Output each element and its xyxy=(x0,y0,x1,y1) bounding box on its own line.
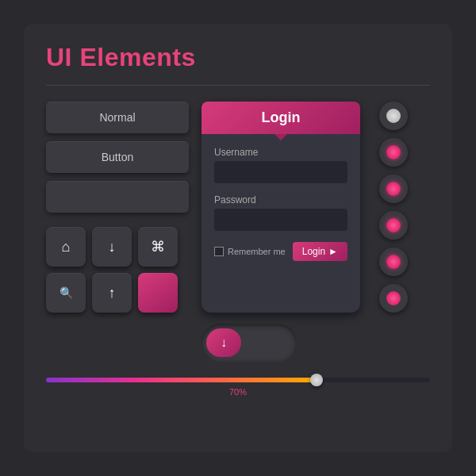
toggle-dot-1 xyxy=(386,145,401,159)
home-icon: ⌂ xyxy=(62,239,71,255)
remember-label: Remember me xyxy=(228,247,286,256)
login-title-bar: Login xyxy=(202,102,360,134)
progress-track[interactable] xyxy=(46,378,430,382)
toggle-dot-3 xyxy=(386,218,401,232)
home-button[interactable]: ⌂ xyxy=(46,227,86,267)
toggle-5[interactable] xyxy=(379,284,408,313)
login-submit-button[interactable]: Login ► xyxy=(293,242,347,261)
toggle-1[interactable] xyxy=(379,138,408,167)
download-button[interactable]: ↓ xyxy=(92,227,132,267)
progress-fill xyxy=(46,378,315,382)
up-arrow-icon: ↑ xyxy=(109,285,116,301)
username-label: Username xyxy=(214,147,347,158)
toggle-dot-0 xyxy=(386,109,401,123)
down-arrow-icon: ↓ xyxy=(109,239,116,255)
remember-checkbox[interactable] xyxy=(214,247,224,256)
progress-thumb[interactable] xyxy=(310,374,323,386)
plain-bar xyxy=(46,181,189,213)
normal-button[interactable]: Normal xyxy=(46,102,189,133)
toggle-dot-2 xyxy=(386,182,401,196)
search-button[interactable]: 🔍 xyxy=(46,273,86,313)
toggle-4[interactable] xyxy=(379,248,408,276)
down-icon: ↓ xyxy=(221,336,227,350)
download-toggle-icon: ↓ xyxy=(206,328,241,357)
toggle-dot-5 xyxy=(386,291,401,305)
username-input[interactable] xyxy=(214,161,347,183)
password-label: Password xyxy=(214,194,347,205)
right-panel xyxy=(379,102,408,313)
remember-row: Remember me Login ► xyxy=(214,242,347,261)
remember-left: Remember me xyxy=(214,247,286,256)
toggle-3[interactable] xyxy=(379,211,408,240)
progress-label: 70% xyxy=(46,387,430,397)
login-button-label: Login xyxy=(302,246,325,257)
cmd-button[interactable]: ⌘ xyxy=(138,227,178,267)
divider xyxy=(46,85,430,86)
toggle-2[interactable] xyxy=(379,175,408,203)
password-input[interactable] xyxy=(214,209,347,231)
pink-square-button[interactable] xyxy=(138,273,178,313)
search-icon: 🔍 xyxy=(60,286,73,299)
main-container: UI Elements Normal Button ⌂ ↓ ⌘ 🔍 xyxy=(24,24,452,452)
button-button[interactable]: Button xyxy=(46,141,189,173)
toggle-0[interactable] xyxy=(379,102,408,130)
login-title: Login xyxy=(262,109,301,125)
page-title: UI Elements xyxy=(46,43,430,72)
upload-button[interactable]: ↑ xyxy=(92,273,132,313)
download-toggle[interactable]: ↓ xyxy=(202,324,297,362)
login-arrow-icon: ► xyxy=(328,246,338,257)
login-panel: Login Username Password Remember me Logi… xyxy=(202,102,360,313)
cmd-icon: ⌘ xyxy=(151,238,165,255)
progress-section: 70% xyxy=(46,378,430,397)
toggle-dot-4 xyxy=(386,255,401,269)
icon-grid: ⌂ ↓ ⌘ 🔍 ↑ xyxy=(46,227,189,313)
left-panel: Normal Button ⌂ ↓ ⌘ 🔍 ↑ xyxy=(46,102,189,313)
